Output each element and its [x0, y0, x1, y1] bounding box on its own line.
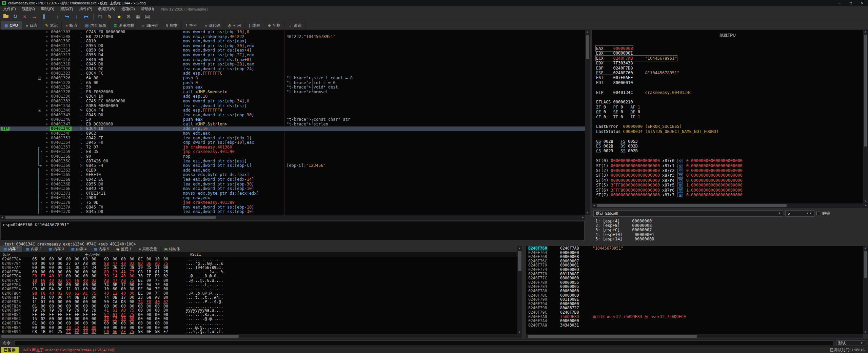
- breakpoint-dot[interactable]: ●: [46, 191, 47, 196]
- disasm-row[interactable]: ●││0040135C.8D7426 00lea esi,dword ptr d…: [0, 159, 585, 164]
- command-profile-select[interactable]: 默认 ▼: [836, 340, 865, 346]
- disasm-row[interactable]: ●0040134F.89C2mov edx,eax: [0, 131, 585, 136]
- disasm-vscrollbar[interactable]: ▲▼: [585, 30, 590, 215]
- breakpoint-dot[interactable]: ●: [46, 62, 47, 67]
- disasm-row[interactable]: ●│0040136E.8B4D F0mov ecx,dword ptr ss:[…: [0, 187, 585, 191]
- register-line[interactable]: EDX 7F303438: [596, 61, 633, 65]
- registers-hscrollbar[interactable]: ◄►: [592, 203, 868, 208]
- breakpoint-dot[interactable]: ●: [46, 81, 47, 85]
- disasm-row[interactable]: ●0040132A.50push eax"t-brace">│void* des…: [0, 85, 585, 90]
- dump-hscrollbar[interactable]: [0, 334, 522, 338]
- step-over-button[interactable]: ↪: [63, 13, 72, 21]
- collapse-box-icon[interactable]: [38, 109, 41, 112]
- restart-button[interactable]: ↻: [11, 13, 20, 21]
- disasm-row[interactable]: ●││0040137A.8B45 F0mov eax,dword ptr ss:…: [0, 205, 585, 210]
- breakpoint-dot[interactable]: ●: [46, 177, 47, 182]
- breakpoint-dot[interactable]: ●: [46, 150, 47, 154]
- registers-pane[interactable]: 隐藏FPU EAX 00000008EBX 00000001ECX 0240F7…: [592, 30, 863, 203]
- arg-row[interactable]: 3: [esp+C] 00000007: [592, 228, 863, 232]
- unlock-checkbox[interactable]: [816, 212, 820, 215]
- disasm-row[interactable]: ●00401343.8D45 D0lea eax,dword ptr ss:[e…: [0, 113, 585, 118]
- step-into-button[interactable]: ↓: [53, 13, 62, 21]
- breakpoint-dot[interactable]: ●: [46, 108, 47, 113]
- disasm-row[interactable]: ●│┌00401359.EB 35jmp crakmeeasy.401390: [0, 150, 585, 154]
- tab-线程[interactable]: ∥线程: [245, 21, 264, 30]
- breakpoint-dot[interactable]: ●: [46, 126, 47, 131]
- breakpoint-dot[interactable]: ●: [46, 196, 47, 200]
- register-line[interactable]: ST(6) 3FFF8000000000000000 x87r6 空 1.000…: [596, 188, 743, 193]
- collapse-box-icon[interactable]: [38, 77, 41, 80]
- disasm-row[interactable]: ●│00401365.0FBE10movsx edx,byte ptr ds:[…: [0, 173, 585, 177]
- disasm-row[interactable]: ●0040132B.E8 F0020000call <JMP.&memset>"…: [0, 90, 585, 95]
- disasm-row[interactable]: ●┌00401357.72 07jb crakmeeasy.401360: [0, 145, 585, 150]
- maximize-button[interactable]: □: [845, 0, 856, 6]
- breakpoint-dot[interactable]: ●: [46, 90, 47, 95]
- breakpoint-dot[interactable]: ●: [46, 117, 47, 122]
- tab-跟踪[interactable]: →跟踪: [284, 21, 305, 30]
- tab-引用[interactable]: ◎引用: [224, 21, 245, 30]
- tab-断点[interactable]: ●断点: [62, 21, 81, 30]
- disasm-row[interactable]: ●00401346.50push eax"t-brace">┌const cha…: [0, 117, 585, 122]
- calculator-button[interactable]: ▦: [134, 13, 142, 21]
- execute-till-return-button[interactable]: ↑: [72, 13, 81, 21]
- disasm-row[interactable]: ●00401308.B8 22124000mov eax,crakmeeasy.…: [0, 35, 585, 39]
- stack-row[interactable]: 0240F7600240F7A8"10445678951": [526, 246, 863, 251]
- disasm-row[interactable]: ●0040131A.8B40 08mov eax,dword ptr ds:[e…: [0, 58, 585, 62]
- disasm-row[interactable]: ●00401323.83C4 FCadd esp,FFFFFFFC: [0, 71, 585, 76]
- tab-脚本[interactable]: §脚本: [162, 21, 182, 30]
- disasm-row[interactable]: ●00401333.C745 CC 00000000mov dword ptr …: [0, 99, 585, 104]
- register-line[interactable]: ESI 007F0AEE: [596, 75, 633, 80]
- arg-row[interactable]: 5: [esp+14] 0000000D: [592, 237, 863, 241]
- stop-button[interactable]: ×: [20, 13, 29, 21]
- run-button[interactable]: →: [30, 13, 39, 21]
- disasm-row[interactable]: ●0040130F.8B10mov edx,dword ptr ds:[eax]: [0, 39, 585, 44]
- disasm-row[interactable]: ●││0040135B.90nop: [0, 154, 585, 159]
- disasm-row[interactable]: ●│00401363.01D0add eax,edx: [0, 168, 585, 173]
- breakpoint-dot[interactable]: ●: [46, 131, 47, 136]
- disasm-row[interactable]: ●│00401371.0FBE1411movsx edx,byte ptr ds…: [0, 191, 585, 196]
- breakpoint-dot[interactable]: ●: [46, 53, 47, 58]
- stack-row[interactable]: 0240F77C00000000: [526, 276, 863, 280]
- disasm-row[interactable]: ●00401354.3945 F0cmp dword ptr ss:[ebp-1…: [0, 140, 585, 145]
- run-to-user-code-button[interactable]: ↦: [82, 13, 91, 21]
- stack-row[interactable]: 0240F7740000000D: [526, 268, 863, 272]
- disassembly-pane[interactable]: ●00401303.C745 F0 00000000mov dword ptr …: [0, 30, 585, 215]
- tab-笔记[interactable]: ✎笔记: [41, 21, 62, 30]
- breakpoint-dot[interactable]: ●: [46, 122, 47, 127]
- tab-SEH链[interactable]: ∞SEH链: [138, 21, 162, 30]
- register-line[interactable]: ST(5) 3FFF8000000000000000 x87r5 空 1.000…: [596, 183, 743, 188]
- menu-item-2[interactable]: 调试(D): [38, 7, 57, 11]
- register-line[interactable]: CF 0 TF 0 IF 1: [596, 115, 640, 119]
- dump-row[interactable]: 0240F84479797979797979794161AD7500000000…: [0, 308, 517, 313]
- stack-row[interactable]: 0240F76800000008: [526, 255, 863, 259]
- tab-符号[interactable]: ƒ符号: [182, 21, 201, 30]
- dump-tab-内存 2[interactable]: ▦内存 2: [23, 246, 45, 252]
- disasm-row[interactable]: ●00401317.8955 D4mov dword ptr ss:[ebp-2…: [0, 53, 585, 58]
- register-line[interactable]: LastStatus C0000034 (STATUS_OBJECT_NAME_…: [596, 129, 718, 134]
- arg-count-spinner[interactable]: 5 ▲▼: [785, 210, 814, 217]
- tab-CPU[interactable]: ▦CPU: [1, 21, 22, 30]
- menu-item-3[interactable]: 跟踪(T): [57, 7, 76, 11]
- dump-row[interactable]: 0240F78405000000000000000D0000008E001000…: [0, 257, 517, 261]
- disasm-row[interactable]: ●│0040136B.8D55 D0lea edx,dword ptr ss:[…: [0, 182, 585, 187]
- breakpoint-dot[interactable]: ●: [46, 85, 47, 90]
- stack-row[interactable]: 0240F78800000000: [526, 289, 863, 293]
- tab-源代码[interactable]: ≡源代码: [201, 21, 224, 30]
- breakpoint-dot[interactable]: ●: [46, 48, 47, 53]
- disasm-row[interactable]: ●0040131D.8945 D8mov dword ptr ss:[ebp-2…: [0, 62, 585, 67]
- disasm-row[interactable]: ●││0040137D.8D45 D0lea eax,dword ptr ss:…: [0, 210, 585, 214]
- register-line[interactable]: ESP 0240F760 &"10445678951": [596, 71, 679, 75]
- dump-tab-内存 1[interactable]: ▦内存 1: [0, 246, 23, 252]
- disasm-row[interactable]: ●00401347.E8 DC020000call <JMP.&strlen>"…: [0, 122, 585, 127]
- dump-row[interactable]: 0240F7D418F8400204F84002AB47AB75EE0A7F00…: [0, 278, 517, 283]
- breakpoint-dot[interactable]: ●: [46, 187, 47, 191]
- hide-fpu-button[interactable]: 隐藏FPU: [592, 33, 863, 38]
- patch-button[interactable]: ✎: [105, 13, 114, 21]
- menu-item-4[interactable]: 插件(P): [76, 7, 95, 11]
- breakpoint-dot[interactable]: ●: [46, 104, 47, 109]
- dump-row[interactable]: 0240F894C81B01252CFA4002C066AE755B0F5BF7…: [0, 330, 517, 334]
- disasm-row[interactable]: ●0040133A.8DB6 00000000lea esi,dword ptr…: [0, 104, 585, 109]
- disasm-row[interactable]: ●│00401368.8D42 EClea eax,dword ptr ds:[…: [0, 177, 585, 182]
- disasm-row[interactable]: ●00401311.8955 D0mov dword ptr ss:[ebp-3…: [0, 44, 585, 48]
- tab-内存布局[interactable]: ▤内存布局: [81, 21, 110, 30]
